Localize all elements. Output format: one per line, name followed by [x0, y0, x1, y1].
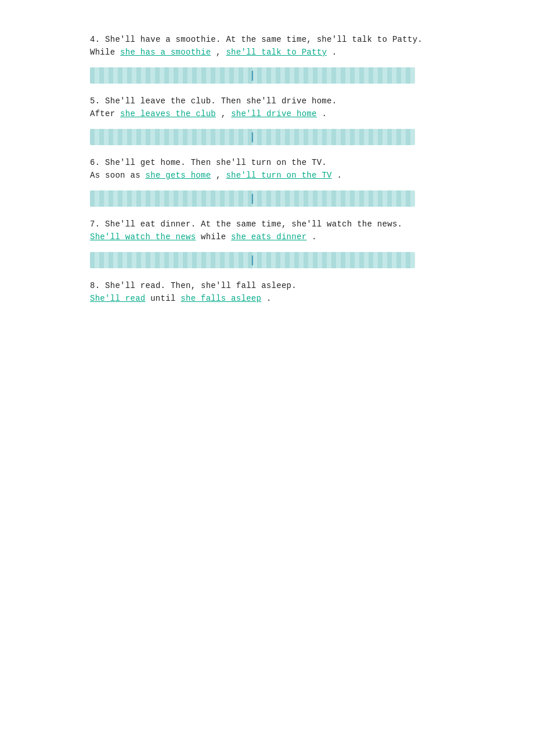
exercise-8-prompt: 8. She'll read. Then, she'll fall asleep… — [90, 281, 444, 290]
exercise-5-answer-part1: she leaves the club — [120, 109, 216, 118]
exercise-4-answer-part2: she'll talk to Patty — [226, 48, 327, 57]
exercise-6: 6. She'll get home. Then she'll turn on … — [90, 158, 444, 180]
divider-2 — [90, 129, 415, 145]
exercise-7-answer-part1: She'll watch the news — [90, 232, 196, 242]
exercise-6-answer-part2: she'll turn on the TV — [226, 171, 331, 180]
exercise-8-answer-part1: She'll read — [90, 294, 146, 303]
exercise-6-answer: As soon as she gets home , she'll turn o… — [90, 171, 444, 180]
exercise-7-answer-part2: she eats dinner — [231, 232, 306, 242]
exercise-6-answer-part1: she gets home — [146, 171, 211, 180]
exercise-8-answer-part2: she falls asleep — [181, 294, 261, 303]
exercise-5-answer: After she leaves the club , she'll drive… — [90, 109, 444, 118]
divider-4 — [90, 252, 415, 268]
exercise-6-prompt: 6. She'll get home. Then she'll turn on … — [90, 158, 444, 167]
exercise-7-prompt: 7. She'll eat dinner. At the same time, … — [90, 219, 444, 229]
exercise-7: 7. She'll eat dinner. At the same time, … — [90, 219, 444, 242]
exercise-7-answer: She'll watch the news while she eats din… — [90, 232, 444, 242]
divider-3 — [90, 190, 415, 207]
exercise-8: 8. She'll read. Then, she'll fall asleep… — [90, 281, 444, 303]
exercise-5-answer-part2: she'll drive home — [231, 109, 317, 118]
divider-1 — [90, 67, 415, 84]
exercises-container: 4. She'll have a smoothie. At the same t… — [90, 35, 444, 303]
exercise-4-answer-part1: she has a smoothie — [120, 48, 211, 57]
exercise-4: 4. She'll have a smoothie. At the same t… — [90, 35, 444, 57]
exercise-4-answer: While she has a smoothie , she'll talk t… — [90, 48, 444, 57]
exercise-8-answer: She'll read until she falls asleep . — [90, 294, 444, 303]
exercise-5: 5. She'll leave the club. Then she'll dr… — [90, 96, 444, 118]
exercise-4-prompt: 4. She'll have a smoothie. At the same t… — [90, 35, 444, 44]
exercise-5-prompt: 5. She'll leave the club. Then she'll dr… — [90, 96, 444, 106]
